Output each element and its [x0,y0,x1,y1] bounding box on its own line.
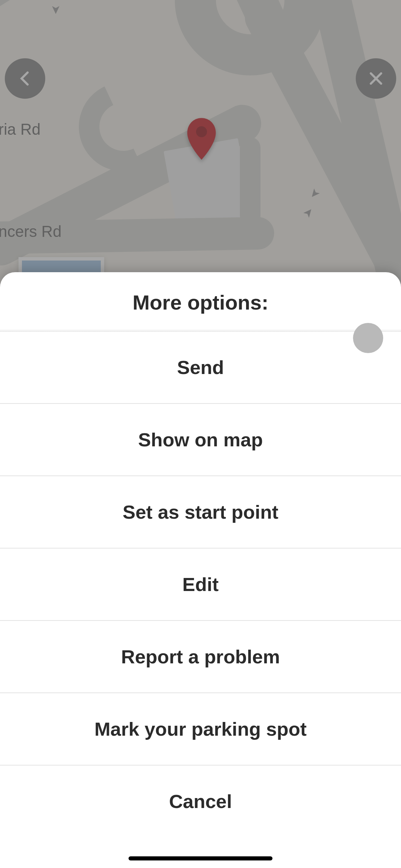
home-indicator [129,856,272,860]
option-send[interactable]: Send [0,331,401,404]
option-show-on-map[interactable]: Show on map [0,404,401,476]
option-edit[interactable]: Edit [0,548,401,621]
option-mark-parking[interactable]: Mark your parking spot [0,693,401,765]
action-sheet: More options: Send Show on map Set as st… [0,272,401,868]
sheet-title: More options: [0,272,401,331]
option-report-problem[interactable]: Report a problem [0,621,401,693]
option-set-start-point[interactable]: Set as start point [0,476,401,548]
touch-indicator-icon [353,323,383,353]
option-cancel[interactable]: Cancel [0,765,401,837]
